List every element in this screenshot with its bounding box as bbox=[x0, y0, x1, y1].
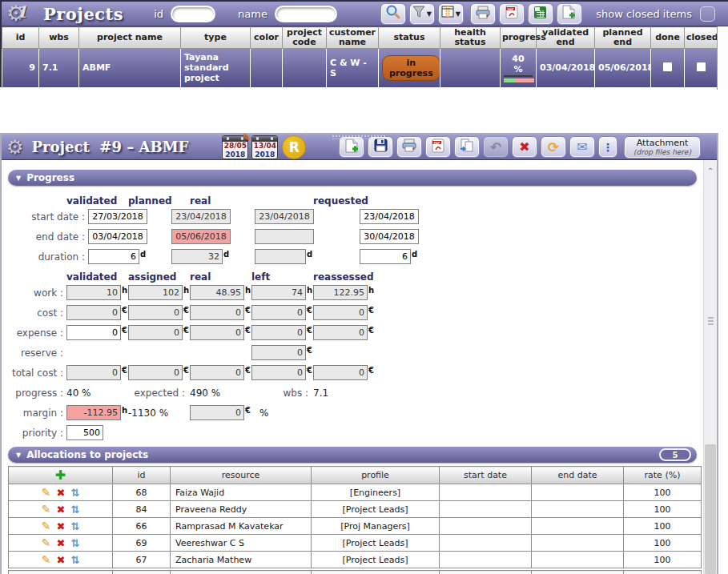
table-row[interactable]: ✎✖⇅ 67 Zacharia Mathew [Project Leads] 1… bbox=[9, 552, 702, 568]
contacts-col-id[interactable]: id bbox=[113, 571, 171, 574]
col-header-done[interactable]: done bbox=[651, 27, 685, 49]
sync-icon[interactable]: ⇅ bbox=[70, 537, 79, 549]
form-row-reserve: reserve : € bbox=[2, 343, 703, 363]
csv-export-button[interactable] bbox=[528, 3, 553, 25]
col-header-id[interactable]: id bbox=[2, 27, 39, 49]
sync-icon[interactable]: ⇅ bbox=[70, 487, 79, 499]
validated-end-calendar-button[interactable]: 13/04 2018 bbox=[251, 135, 278, 159]
id-filter-input[interactable] bbox=[171, 6, 215, 22]
alloc-col-id[interactable]: id bbox=[113, 467, 171, 484]
col-header-color[interactable]: color bbox=[251, 27, 283, 49]
col-header-customer-name[interactable]: customer name bbox=[327, 27, 379, 49]
top-scrollbar-strip[interactable] bbox=[717, 28, 728, 90]
show-closed-checkbox[interactable] bbox=[700, 6, 715, 22]
start-date-validated-input[interactable] bbox=[88, 209, 147, 224]
duration-validated-input[interactable] bbox=[88, 249, 139, 264]
end-date-validated-input[interactable] bbox=[88, 229, 147, 244]
table-row[interactable]: ✎✖⇅ 66 Ramprasad M Kavatekar [Proj Manag… bbox=[9, 518, 702, 535]
calendar-date: 13/04 bbox=[252, 142, 277, 151]
scrollbar-thumb[interactable] bbox=[705, 444, 716, 574]
copy-button[interactable] bbox=[454, 136, 480, 158]
col-header-project-name[interactable]: project name bbox=[79, 27, 181, 49]
table-row[interactable]: ✎✖⇅ 68 Faiza Wajid [Engineers] 100 bbox=[9, 484, 702, 501]
pdf-export-button[interactable]: PDF bbox=[499, 3, 525, 25]
email-button[interactable]: ✉ bbox=[569, 136, 595, 158]
sync-icon[interactable]: ⇅ bbox=[70, 504, 79, 516]
search-button[interactable] bbox=[380, 3, 406, 25]
project-title: Project #9 – ABMF bbox=[32, 138, 189, 155]
delete-icon[interactable]: ✖ bbox=[56, 504, 65, 516]
priority-input[interactable] bbox=[66, 425, 103, 440]
refresh-button[interactable]: ⟳ bbox=[541, 136, 566, 158]
wbs-text: 7.1 bbox=[313, 387, 375, 399]
col-header-wbs[interactable]: wbs bbox=[39, 27, 79, 49]
vertical-scrollbar[interactable]: ⌃ bbox=[703, 160, 717, 574]
name-filter-input[interactable] bbox=[275, 6, 337, 22]
contacts-col-profile[interactable]: profile bbox=[312, 571, 440, 574]
edit-pencil-icon[interactable]: ✎ bbox=[42, 503, 51, 516]
alloc-col-resource[interactable]: resource bbox=[171, 467, 312, 484]
delete-icon[interactable]: ✖ bbox=[56, 520, 65, 532]
contacts-col-end-date[interactable]: end date bbox=[532, 571, 624, 574]
edit-pencil-icon[interactable]: ✎ bbox=[42, 486, 51, 499]
section-header-allocations[interactable]: ▼ Allocations to projects 5 bbox=[8, 447, 697, 463]
attachment-button[interactable]: Attachment (drop files here) bbox=[624, 136, 701, 159]
alloc-col-profile[interactable]: profile bbox=[312, 467, 440, 484]
table-row[interactable]: 9 7.1 ABMF Tayana standard project C & W… bbox=[2, 49, 718, 87]
edit-pencil-icon[interactable]: ✎ bbox=[42, 553, 51, 566]
new-button[interactable] bbox=[339, 136, 364, 158]
alloc-col-start-date[interactable]: start date bbox=[440, 467, 532, 484]
col-header-planned-end[interactable]: planned end bbox=[595, 27, 651, 49]
filter-button[interactable]: ▼ bbox=[409, 3, 435, 25]
spreadsheet-icon bbox=[533, 6, 547, 22]
section-header-progress[interactable]: ▼ Progress bbox=[8, 170, 697, 186]
toolbar-drag-handle[interactable] bbox=[332, 135, 385, 139]
columns-button[interactable]: ▼ bbox=[438, 3, 464, 25]
contacts-col-rate[interactable]: rate (%) bbox=[624, 571, 702, 574]
contacts-col-start-date[interactable]: start date bbox=[440, 571, 532, 574]
print-button[interactable] bbox=[396, 136, 422, 158]
edit-pencil-icon[interactable]: ✎ bbox=[42, 536, 51, 549]
new-item-button[interactable] bbox=[557, 3, 582, 25]
done-checkbox[interactable] bbox=[662, 62, 673, 72]
allocations-count-badge: 5 bbox=[659, 448, 691, 461]
delete-icon[interactable]: ✖ bbox=[56, 487, 65, 499]
contacts-col-contact[interactable]: contact bbox=[171, 571, 312, 574]
planned-end-calendar-button[interactable]: 28/05 2018 ✎ bbox=[222, 135, 248, 159]
alloc-col-end-date[interactable]: end date bbox=[532, 467, 624, 484]
col-header-health-status[interactable]: health status bbox=[440, 27, 501, 49]
table-row[interactable]: ✎✖⇅ 84 Praveena Reddy [Project Leads] 10… bbox=[9, 501, 702, 518]
duration-requested-input[interactable] bbox=[360, 249, 411, 264]
col-header-project-code[interactable]: project code bbox=[283, 27, 327, 49]
delete-button[interactable]: ✖ bbox=[512, 136, 537, 158]
save-button[interactable] bbox=[368, 136, 393, 158]
alloc-col-rate[interactable]: rate (%) bbox=[624, 467, 702, 484]
expense-validated-input[interactable] bbox=[66, 325, 121, 340]
responsible-avatar[interactable]: R bbox=[282, 135, 306, 159]
edit-pencil-icon[interactable]: ✎ bbox=[42, 520, 51, 532]
start-date-requested-input[interactable] bbox=[360, 209, 419, 224]
sync-icon[interactable]: ⇅ bbox=[70, 520, 79, 532]
collapse-triangle-icon: ▼ bbox=[16, 452, 21, 459]
more-button[interactable]: ⋮ bbox=[598, 136, 617, 158]
sync-icon[interactable]: ⇅ bbox=[70, 554, 79, 566]
total-cost-real-input bbox=[190, 365, 244, 380]
cell-color bbox=[251, 49, 283, 87]
closed-checkbox[interactable] bbox=[696, 62, 706, 72]
pdf-export-button[interactable]: PDF bbox=[425, 136, 451, 158]
delete-icon[interactable]: ✖ bbox=[56, 554, 65, 566]
form-row-duration: duration : d d d d bbox=[2, 247, 703, 267]
table-row[interactable]: ✎✖⇅ 69 Veereshwar C S [Project Leads] 10… bbox=[9, 535, 702, 552]
end-date-requested-input[interactable] bbox=[360, 229, 419, 244]
undo-button[interactable]: ↶ bbox=[483, 136, 509, 158]
group-header-real: real bbox=[190, 195, 251, 207]
col-header-type[interactable]: type bbox=[181, 27, 251, 49]
scrollbar-up-arrow[interactable]: ⌃ bbox=[704, 160, 717, 175]
delete-icon[interactable]: ✖ bbox=[56, 537, 65, 549]
add-allocation-icon[interactable]: ✚ bbox=[55, 468, 66, 483]
print-button[interactable] bbox=[470, 3, 496, 25]
col-header-progress[interactable]: progress bbox=[501, 27, 537, 49]
col-header-status[interactable]: status bbox=[379, 27, 440, 49]
col-header-closed[interactable]: closed bbox=[685, 27, 718, 49]
reserve-left-input bbox=[251, 345, 306, 360]
